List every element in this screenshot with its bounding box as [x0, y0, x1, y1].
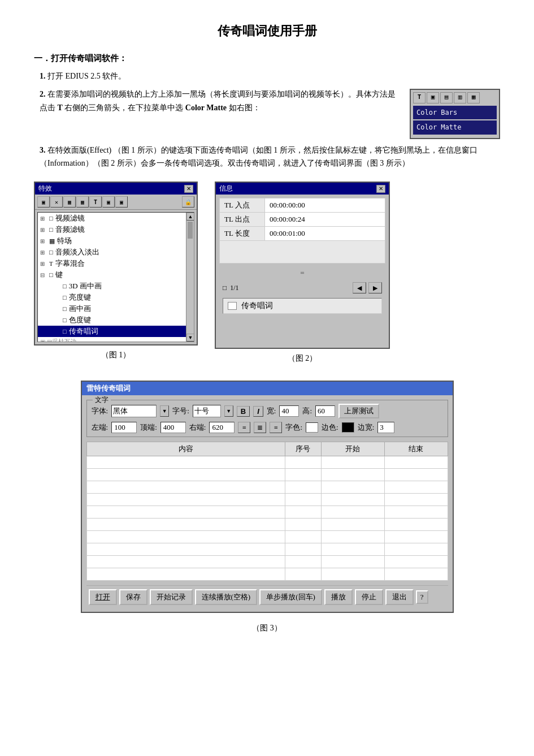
- tokko-tree: ⊞□ 视频滤镜 ⊞□ 音频滤镜 ⊞▦ 特场 ⊞□ 音频淡入淡出 ⊞T 字幕混合 …: [37, 212, 194, 342]
- tb-btn-5[interactable]: T: [89, 196, 102, 208]
- step-play-btn[interactable]: 单步播放(回车): [259, 589, 322, 605]
- color-bars-item[interactable]: Color Bars: [413, 106, 497, 119]
- legend-label: 传奇唱词: [241, 301, 273, 311]
- start-record-btn[interactable]: 开始记录: [150, 589, 193, 605]
- tb-btn-4[interactable]: ▦: [76, 196, 89, 208]
- tl-in-label: TL 入点: [220, 198, 265, 213]
- tb-btn-1[interactable]: ▣: [37, 196, 50, 208]
- font-value: 黑体: [113, 406, 128, 416]
- save-btn[interactable]: 保存: [119, 589, 147, 605]
- scrollbar[interactable]: ▲ ▼: [186, 213, 194, 342]
- tree-audio-filter[interactable]: ⊞□ 音频滤镜: [38, 224, 194, 235]
- toolbar-icon-btn3[interactable]: ▥: [454, 92, 466, 103]
- tree-chroma-key[interactable]: □ 色度键: [38, 314, 194, 326]
- tree-lyrics[interactable]: □ 传奇唱词: [38, 326, 194, 337]
- height-input[interactable]: 60: [315, 405, 335, 417]
- font-color-swatch[interactable]: [306, 422, 318, 433]
- left-input[interactable]: 100: [111, 422, 137, 433]
- border-width-input[interactable]: 3: [377, 422, 394, 433]
- step-2: 2. 在需要添加唱词的视频轨的上方上添加一黑场（将长度调到与要添加唱词的视频等长…: [34, 88, 500, 139]
- align-center-btn[interactable]: ≣: [254, 422, 266, 433]
- stop-btn[interactable]: 停止: [355, 589, 383, 605]
- italic-btn[interactable]: I: [253, 406, 263, 417]
- width-input[interactable]: 40: [279, 405, 299, 417]
- table-row[interactable]: [86, 456, 448, 469]
- figure-1-block: 特效 ✕ ▣ ✕ ▦ ▦ T ▣ ▣ 🔒 ⊞□ 视频滤镜 ⊞□ 音频: [34, 182, 198, 360]
- color-bar-toolbar: T ▣ ▤ ▥ ▦: [413, 92, 497, 103]
- table-row[interactable]: [86, 531, 448, 543]
- table-row[interactable]: [86, 469, 448, 481]
- leite-body: 文字 字体: 黑体 ▼ 字号: 十号 ▼ B I 宽: 40: [82, 395, 453, 612]
- tokko-title: 特效: [38, 184, 52, 193]
- toolbar-t-btn[interactable]: T: [413, 92, 426, 103]
- tree-brightness-key[interactable]: □ 亮度键: [38, 292, 194, 303]
- info-content: TL 入点 00:00:00:00 TL 出点 00:00:00:24 TL 长…: [216, 195, 389, 348]
- tree-video-filter[interactable]: ⊞□ 视频滤镜: [38, 213, 194, 224]
- play-btn[interactable]: 播放: [324, 589, 353, 605]
- right-input[interactable]: 620: [209, 422, 235, 433]
- tb-btn-6[interactable]: ▣: [102, 196, 115, 208]
- font-dropdown-btn[interactable]: ▼: [160, 405, 169, 417]
- top-input[interactable]: 400: [160, 422, 186, 433]
- tokko-window: 特效 ✕ ▣ ✕ ▦ ▦ T ▣ ▣ 🔒 ⊞□ 视频滤镜 ⊞□ 音频: [34, 182, 198, 345]
- color-matte-item[interactable]: Color Matte: [413, 120, 497, 134]
- table-row[interactable]: [86, 543, 448, 556]
- scroll-down-btn[interactable]: ▼: [186, 334, 194, 342]
- preview-btn[interactable]: 上屏测试: [338, 404, 379, 418]
- tree-3d-pip[interactable]: □ 3D 画中画: [38, 280, 194, 292]
- tb-btn-7[interactable]: ▣: [115, 196, 128, 208]
- toolbar-icon-btn2[interactable]: ▤: [440, 92, 453, 103]
- step-2-text: 2. 在需要添加唱词的视频轨的上方上添加一黑场（将长度调到与要添加唱词的视频等长…: [40, 88, 398, 115]
- help-btn[interactable]: ?: [416, 590, 428, 604]
- tree-extra[interactable]: ▣ ▤ 采枯瓦边: [38, 337, 194, 342]
- fig3-caption: （图 3）: [252, 623, 282, 633]
- tree-subtitle-mix[interactable]: ⊞T 字幕混合: [38, 258, 194, 269]
- tree-transition[interactable]: ⊞▦ 特场: [38, 235, 194, 247]
- color-bar-widget: T ▣ ▤ ▥ ▦ Color Bars Color Matte: [410, 89, 500, 139]
- toolbar-icon-btn[interactable]: ▣: [427, 92, 439, 103]
- tokko-toolbar: ▣ ✕ ▦ ▦ T ▣ ▣ 🔒: [35, 195, 197, 210]
- size-select-container: 十号: [193, 405, 221, 417]
- size-dropdown-btn[interactable]: ▼: [224, 405, 233, 417]
- tb-btn-3[interactable]: ▦: [63, 196, 76, 208]
- top-label: 顶端:: [140, 422, 157, 433]
- scroll-thumb[interactable]: [188, 222, 193, 239]
- border-color-label: 边色:: [322, 422, 338, 433]
- border-width-label: 边宽:: [358, 422, 375, 433]
- col-header-content: 内容: [86, 442, 285, 456]
- table-row[interactable]: [86, 494, 448, 506]
- fig2-caption: （图 2）: [288, 353, 318, 364]
- legend-icon: [228, 302, 237, 310]
- table-row: TL 长度 00:00:01:00: [220, 227, 385, 241]
- align-left-btn[interactable]: ≡: [238, 422, 250, 433]
- table-row[interactable]: [86, 481, 448, 494]
- table-row[interactable]: [86, 556, 448, 568]
- tb-lock-btn[interactable]: 🔒: [182, 196, 194, 208]
- step-1-text: 打开 EDIUS 2.5 软件。: [47, 72, 126, 80]
- table-row[interactable]: [86, 519, 448, 531]
- border-color-swatch[interactable]: [342, 422, 354, 433]
- size-value: 十号: [194, 406, 209, 416]
- table-row[interactable]: [86, 506, 448, 519]
- table-row-empty: [220, 241, 385, 263]
- exit-btn[interactable]: 退出: [385, 589, 414, 605]
- open-btn[interactable]: 打开: [89, 589, 117, 605]
- align-right-btn[interactable]: ≡: [270, 422, 282, 433]
- toolbar-icon-btn4[interactable]: ▦: [467, 92, 480, 103]
- page-number: 1/1: [230, 284, 238, 292]
- scroll-up-btn[interactable]: ▲: [186, 213, 194, 221]
- tree-key[interactable]: ⊟□ 键: [38, 269, 194, 280]
- info-window: 信息 ✕ TL 入点 00:00:00:00 TL 出点 00:00:00:24…: [215, 182, 390, 349]
- table-row[interactable]: [86, 568, 448, 581]
- step-1: 1. 打开 EDIUS 2.5 软件。: [34, 70, 500, 83]
- continuous-play-btn[interactable]: 连续播放(空格): [195, 589, 258, 605]
- tl-in-value: 00:00:00:00: [265, 198, 385, 213]
- tree-audio-fade[interactable]: ⊞□ 音频淡入淡出: [38, 247, 194, 258]
- info-close-btn[interactable]: ✕: [376, 185, 385, 193]
- tb-btn-2[interactable]: ✕: [50, 196, 63, 208]
- tree-pip[interactable]: □ 画中画: [38, 303, 194, 314]
- nav-prev-btn[interactable]: ◀: [353, 282, 366, 293]
- tokko-close-btn[interactable]: ✕: [184, 185, 193, 193]
- bold-btn[interactable]: B: [237, 406, 250, 417]
- nav-next-btn[interactable]: ▶: [368, 282, 382, 293]
